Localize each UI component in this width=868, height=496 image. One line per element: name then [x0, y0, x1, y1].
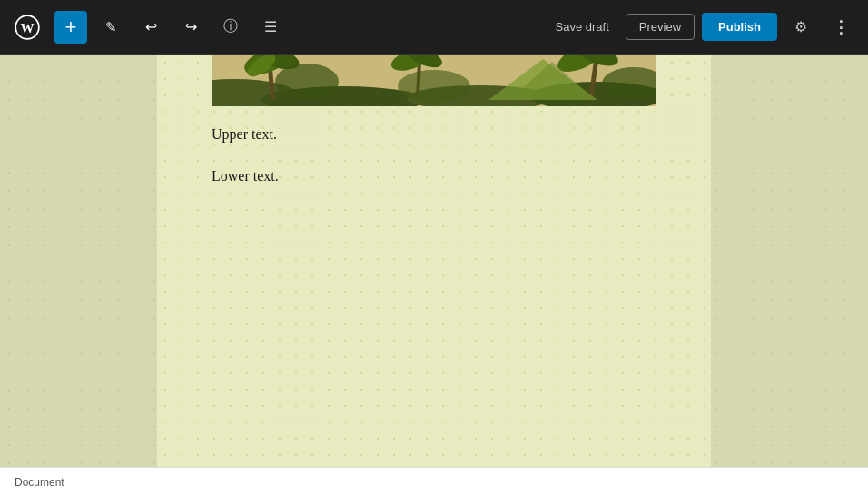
- svg-text:W: W: [20, 19, 34, 35]
- editor-canvas: Upper text. Lower text.: [157, 55, 711, 467]
- more-icon: ⋮: [833, 17, 849, 37]
- publish-button[interactable]: Publish: [702, 13, 777, 41]
- preview-button[interactable]: Preview: [626, 14, 695, 40]
- image-block[interactable]: [212, 55, 656, 106]
- add-block-button[interactable]: [54, 11, 87, 44]
- gear-icon: ⚙: [794, 18, 807, 35]
- info-button[interactable]: ⓘ: [214, 11, 247, 44]
- plus-icon: [65, 15, 77, 39]
- list-icon: ☰: [264, 18, 277, 35]
- undo-button[interactable]: ↩: [134, 11, 167, 44]
- edit-button[interactable]: ✎: [94, 11, 127, 44]
- undo-icon: ↩: [145, 18, 157, 35]
- text-content: Upper text. Lower text.: [212, 123, 656, 187]
- redo-icon: ↪: [185, 18, 197, 35]
- document-label: Document: [15, 476, 64, 489]
- wp-logo[interactable]: W: [11, 11, 44, 44]
- toolbar: W ✎ ↩ ↪ ⓘ ☰ Save draft Preview Publish ⚙…: [0, 0, 868, 55]
- status-bar: Document: [0, 467, 868, 496]
- save-draft-button[interactable]: Save draft: [547, 15, 618, 39]
- lower-text[interactable]: Lower text.: [212, 164, 656, 188]
- toolbar-right: Save draft Preview Publish ⚙ ⋮: [547, 11, 857, 44]
- more-options-button[interactable]: ⋮: [824, 11, 857, 44]
- pen-icon: ✎: [105, 19, 117, 35]
- info-icon: ⓘ: [223, 17, 238, 36]
- upper-text[interactable]: Upper text.: [212, 123, 656, 146]
- redo-button[interactable]: ↪: [174, 11, 207, 44]
- svg-point-20: [398, 70, 470, 103]
- settings-button[interactable]: ⚙: [784, 11, 817, 44]
- svg-point-19: [275, 64, 339, 100]
- editor-area: Upper text. Lower text.: [0, 55, 868, 467]
- list-view-button[interactable]: ☰: [254, 11, 287, 44]
